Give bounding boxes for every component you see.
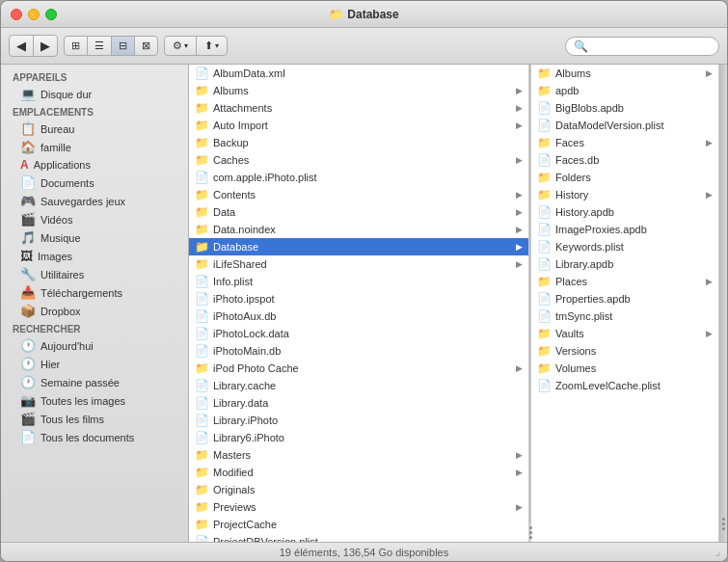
file-item-iphotoaux-db[interactable]: 📄 iPhotoAux.db <box>189 308 528 325</box>
file-item-r-imageproxies[interactable]: 📄 ImageProxies.apdb <box>531 221 718 238</box>
file-item-albums[interactable]: 📁 Albums ▶ <box>189 82 528 99</box>
sidebar-item-videos[interactable]: 🎬 Vidéos <box>1 210 188 228</box>
sidebar-item-semaine[interactable]: 🕐 Semaine passée <box>1 373 188 391</box>
sidebar-item-utilitaires[interactable]: 🔧 Utilitaires <box>1 265 188 283</box>
file-item-r-bigblobs[interactable]: 📄 BigBlobs.apdb <box>531 99 718 117</box>
file-item-ilifeshared[interactable]: 📁 iLifeShared ▶ <box>189 255 528 273</box>
close-button[interactable] <box>11 9 22 20</box>
sidebar-item-famille[interactable]: 🏠 famille <box>1 138 188 156</box>
folder-icon: 📁 <box>195 483 209 496</box>
file-item-info-plist[interactable]: 📄 Info.plist <box>189 273 528 290</box>
file-item-r-albums[interactable]: 📁 Albums ▶ <box>531 65 718 82</box>
sidebar-item-musique[interactable]: 🎵 Musique <box>1 228 188 247</box>
file-item-originals[interactable]: 📁 Originals <box>189 481 528 498</box>
view-list-button[interactable]: ☰ <box>88 37 112 55</box>
file-item-r-history-apdb[interactable]: 📄 History.apdb <box>531 203 718 221</box>
file-item-r-versions[interactable]: 📁 Versions <box>531 342 718 360</box>
file-item-data-noindex[interactable]: 📁 Data.noindex ▶ <box>189 221 528 238</box>
arrow-icon: ▶ <box>516 363 523 373</box>
folder-icon: 📁 <box>195 500 209 514</box>
file-item-apple-plist[interactable]: 📄 com.apple.iPhoto.plist <box>189 169 528 186</box>
file-item-iphoto-main[interactable]: 📄 iPhotoMain.db <box>189 342 528 360</box>
sidebar-section-rechercher: RECHERCHER <box>1 320 188 336</box>
file-item-auto-import[interactable]: 📁 Auto Import ▶ <box>189 117 528 134</box>
file-item-r-vaults[interactable]: 📁 Vaults ▶ <box>531 325 718 342</box>
search-box[interactable]: 🔍 <box>565 37 719 56</box>
file-item-attachments[interactable]: 📁 Attachments ▶ <box>189 99 528 117</box>
sidebar-item-toutes-images[interactable]: 📷 Toutes les images <box>1 391 188 410</box>
utilitaires-icon: 🔧 <box>20 267 36 281</box>
file-item-iphotolock[interactable]: 📄 iPhotoLock.data <box>189 325 528 342</box>
file-item-contents[interactable]: 📁 Contents ▶ <box>189 186 528 203</box>
sidebar-item-bureau[interactable]: 📋 Bureau <box>1 120 188 138</box>
file-item-albumdata[interactable]: 📄 AlbumData.xml <box>189 65 528 82</box>
file-item-ipod-cache[interactable]: 📁 iPod Photo Cache ▶ <box>189 360 528 377</box>
file-item-library-iphoto[interactable]: 📄 Library.iPhoto <box>189 412 528 429</box>
file-item-backup[interactable]: 📁 Backup <box>189 134 528 151</box>
search-input[interactable] <box>592 40 711 52</box>
file-item-database[interactable]: 📁 Database ▶ <box>189 238 528 255</box>
file-item-r-history[interactable]: 📁 History ▶ <box>531 186 718 203</box>
xml-file-icon: 📄 <box>195 67 209 80</box>
sidebar-item-images[interactable]: 🖼 Images <box>1 247 188 265</box>
file-item-projectdb-plist[interactable]: 📄 ProjectDBVersion.plist <box>189 533 528 542</box>
sidebar-item-telechargements[interactable]: 📥 Téléchargements <box>1 283 188 302</box>
file-item-projectcache[interactable]: 📁 ProjectCache <box>189 516 528 533</box>
file-item-r-datamodel[interactable]: 📄 DataModelVersion.plist <box>531 117 718 134</box>
file-item-iphoto-ipspot[interactable]: 📄 iPhoto.ipspot <box>189 290 528 308</box>
sidebar-item-aujourdhui[interactable]: 🕐 Aujourd'hui <box>1 336 188 355</box>
gear-dropdown-icon: ▾ <box>184 41 188 50</box>
view-coverflow-button[interactable]: ⊠ <box>135 37 157 55</box>
sidebar-item-tous-films[interactable]: 🎬 Tous les films <box>1 410 188 428</box>
folder-icon: 📁 <box>195 153 209 167</box>
sidebar-item-dropbox[interactable]: 📦 Dropbox <box>1 302 188 320</box>
file-item-modified[interactable]: 📁 Modified ▶ <box>189 464 528 481</box>
file-item-library-data[interactable]: 📄 Library.data <box>189 394 528 412</box>
folder-icon: 📁 <box>195 84 209 97</box>
back-button[interactable]: ◀ <box>10 36 34 56</box>
folder-icon: 📁 <box>537 188 552 201</box>
file-item-r-tmsync[interactable]: 📄 tmSync.plist <box>531 308 718 325</box>
folder-icon: 📁 <box>537 361 552 375</box>
plist-file-icon: 📄 <box>537 309 552 323</box>
file-item-r-zoomlevel[interactable]: 📄 ZoomLevelCache.plist <box>531 377 718 394</box>
file-item-library6-iphoto[interactable]: 📄 Library6.iPhoto <box>189 429 528 446</box>
file-item-r-keywords[interactable]: 📄 Keywords.plist <box>531 238 718 255</box>
file-item-library-cache[interactable]: 📄 Library.cache <box>189 377 528 394</box>
file-item-caches[interactable]: 📁 Caches ▶ <box>189 151 528 169</box>
file-item-r-volumes[interactable]: 📁 Volumes <box>531 360 718 377</box>
file-item-r-library-apdb[interactable]: 📄 Library.apdb <box>531 255 718 273</box>
file-item-r-apdb[interactable]: 📁 apdb <box>531 82 718 99</box>
plist-file-icon: 📄 <box>537 379 552 392</box>
sidebar-item-tous-documents[interactable]: 📄 Tous les documents <box>1 428 188 446</box>
traffic-lights <box>11 9 57 20</box>
sidebar-item-hier[interactable]: 🕐 Hier <box>1 355 188 373</box>
file-item-r-faces-db[interactable]: 📄 Faces.db <box>531 151 718 169</box>
folder-icon: 📁 <box>195 205 209 219</box>
file-item-r-properties[interactable]: 📄 Properties.apdb <box>531 290 718 308</box>
forward-button[interactable]: ▶ <box>34 36 57 56</box>
file-item-data[interactable]: 📁 Data ▶ <box>189 203 528 221</box>
sidebar-item-sauvegardes[interactable]: 🎮 Sauvegardes jeux <box>1 192 188 210</box>
maximize-button[interactable] <box>45 9 57 20</box>
file-item-masters[interactable]: 📁 Masters ▶ <box>189 446 528 464</box>
file-item-r-places[interactable]: 📁 Places ▶ <box>531 273 718 290</box>
minimize-button[interactable] <box>28 9 40 20</box>
share-dropdown-icon: ▾ <box>215 41 219 50</box>
file-item-r-faces[interactable]: 📁 Faces ▶ <box>531 134 718 151</box>
sidebar-item-applications[interactable]: A Applications <box>1 156 188 174</box>
sidebar-item-documents[interactable]: 📄 Documents <box>1 174 188 192</box>
view-icon-button[interactable]: ⊞ <box>65 37 88 55</box>
view-buttons: ⊞ ☰ ⊟ ⊠ <box>64 36 158 56</box>
sidebar-item-disque-dur[interactable]: 💻 Disque dur <box>1 85 188 103</box>
plist-file-icon: 📄 <box>537 240 552 254</box>
cache-file-icon: 📄 <box>195 379 209 392</box>
arrow-icon: ▶ <box>516 120 523 130</box>
file-item-r-folders[interactable]: 📁 Folders <box>531 169 718 186</box>
gear-button[interactable]: ⚙ ▾ <box>165 37 197 55</box>
file-item-previews[interactable]: 📁 Previews ▶ <box>189 498 528 516</box>
resize-handle[interactable]: ⌟ <box>715 547 720 557</box>
view-column-button[interactable]: ⊟ <box>112 37 135 55</box>
folder-icon: 📁 <box>537 327 552 340</box>
share-button[interactable]: ⬆ ▾ <box>197 37 227 55</box>
